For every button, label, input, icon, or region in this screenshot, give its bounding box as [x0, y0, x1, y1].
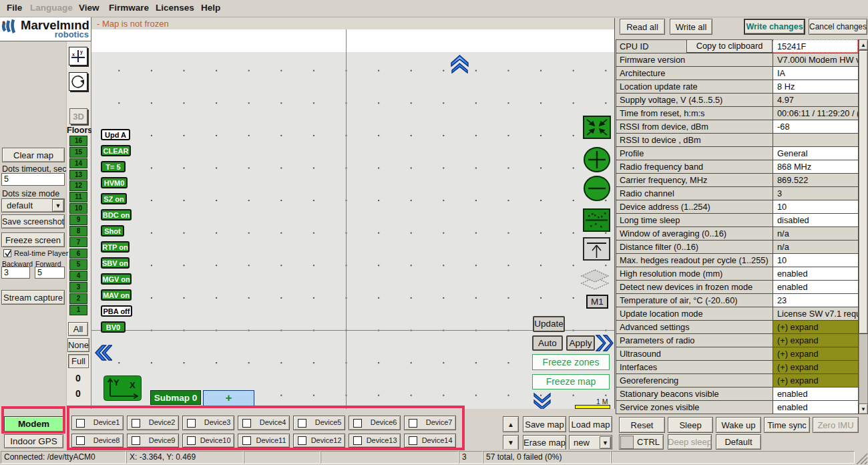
svg-text:X: X [130, 380, 136, 390]
svg-text:x: x [72, 52, 75, 57]
svg-text:Y: Y [114, 377, 120, 388]
svg-text:y: y [80, 49, 83, 55]
